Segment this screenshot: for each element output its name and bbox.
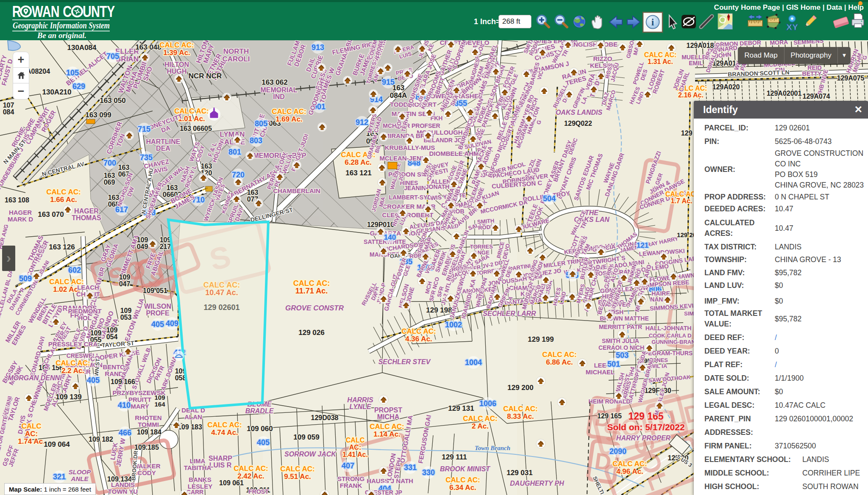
svg-text:129 200: 129 200 bbox=[507, 384, 533, 392]
svg-text:1006: 1006 bbox=[479, 399, 496, 408]
svg-text:107: 107 bbox=[3, 102, 14, 109]
svg-text:PRESSLEY CRA: PRESSLEY CRA bbox=[48, 340, 98, 348]
svg-text:129A020: 129A020 bbox=[712, 83, 740, 91]
svg-text:129A074: 129A074 bbox=[803, 93, 830, 100]
svg-text:1.69 Ac.: 1.69 Ac. bbox=[275, 115, 303, 123]
svg-text:6.86 Ac.: 6.86 Ac. bbox=[546, 358, 573, 366]
svg-text:109 051: 109 051 bbox=[143, 287, 167, 294]
svg-text:RHOTEN: RHOTEN bbox=[135, 414, 161, 421]
svg-text:6.34 Ac.: 6.34 Ac. bbox=[449, 484, 476, 492]
svg-text:1002: 1002 bbox=[445, 321, 462, 329]
svg-text:PIEDMONT: PIEDMONT bbox=[68, 307, 101, 315]
svg-text:HOL: HOL bbox=[78, 314, 92, 321]
svg-text:HAGER: HAGER bbox=[74, 207, 99, 215]
svg-text:CALC AC:: CALC AC: bbox=[159, 41, 194, 49]
svg-text:LIMA: LIMA bbox=[190, 457, 206, 465]
svg-text:1.66 Ac.: 1.66 Ac. bbox=[50, 196, 77, 204]
svg-text:DEA: DEA bbox=[156, 145, 170, 152]
svg-text:THE: THE bbox=[585, 209, 599, 216]
svg-text:109 166: 109 166 bbox=[111, 378, 135, 385]
svg-text:805: 805 bbox=[255, 119, 267, 128]
svg-text:4.74 Ac.: 4.74 Ac. bbox=[211, 429, 238, 437]
svg-text:FROST: FROST bbox=[248, 488, 269, 495]
svg-text:MERRITT PATR: MERRITT PATR bbox=[599, 324, 642, 330]
svg-text:164: 164 bbox=[154, 401, 165, 408]
svg-text:CALC AC:: CALC AC: bbox=[370, 423, 404, 431]
svg-text:163: 163 bbox=[167, 184, 178, 191]
svg-text:321: 321 bbox=[53, 473, 66, 481]
svg-text:MARK D: MARK D bbox=[8, 216, 33, 223]
svg-text:129D038: 129D038 bbox=[311, 414, 339, 421]
svg-text:409: 409 bbox=[166, 319, 178, 328]
svg-text:HEIM RONALD: HEIM RONALD bbox=[589, 398, 631, 405]
svg-text:9.51 Ac.: 9.51 Ac. bbox=[284, 473, 311, 481]
svg-text:163 070: 163 070 bbox=[38, 210, 64, 218]
svg-text:1.41 Ac.: 1.41 Ac. bbox=[342, 451, 368, 458]
svg-text:503: 503 bbox=[616, 351, 629, 359]
svg-text:ANLE: ANLE bbox=[71, 475, 89, 482]
svg-text:GROVE CONSTR: GROVE CONSTR bbox=[285, 304, 344, 312]
svg-text:504: 504 bbox=[543, 194, 556, 203]
svg-text:109 061: 109 061 bbox=[219, 479, 244, 487]
svg-text:MCH SFR PROFSER: MCH SFR PROFSER bbox=[383, 122, 440, 129]
svg-text:629: 629 bbox=[72, 82, 85, 91]
svg-text:LUIS R: LUIS R bbox=[209, 462, 232, 469]
svg-text:501: 501 bbox=[607, 360, 620, 368]
svg-text:CALC: CALC bbox=[21, 422, 41, 430]
svg-text:140: 140 bbox=[384, 233, 396, 241]
svg-text:CALC AC:: CALC AC: bbox=[612, 460, 647, 468]
svg-text:700: 700 bbox=[103, 159, 116, 167]
svg-text:EMIL: EMIL bbox=[689, 60, 703, 66]
svg-text:A08204: A08204 bbox=[26, 68, 50, 75]
svg-text:IND: IND bbox=[273, 93, 285, 100]
svg-text:130A084: 130A084 bbox=[67, 44, 97, 52]
svg-text:129 031: 129 031 bbox=[506, 469, 532, 477]
svg-text:217: 217 bbox=[160, 243, 171, 250]
svg-text:2.16 Ac.: 2.16 Ac. bbox=[678, 91, 704, 99]
svg-text:DIOMBELE AHM: DIOMBELE AHM bbox=[429, 150, 479, 157]
svg-text:Town Branch: Town Branch bbox=[475, 445, 510, 451]
svg-text:SECHLER LARR: SECHLER LARR bbox=[483, 310, 536, 317]
svg-text:331: 331 bbox=[404, 463, 417, 472]
svg-text:TOMMI: TOMMI bbox=[138, 421, 159, 428]
svg-text:MICHA: MICHA bbox=[377, 413, 400, 420]
svg-text:163 126: 163 126 bbox=[49, 243, 75, 251]
svg-text:NORTH: NORTH bbox=[223, 47, 249, 55]
svg-text:1004: 1004 bbox=[465, 358, 482, 367]
svg-text:GUNNING-BRAN: GUNNING-BRAN bbox=[651, 339, 695, 345]
svg-text:163: 163 bbox=[247, 189, 259, 196]
svg-text:129A018: 129A018 bbox=[687, 42, 714, 49]
svg-text:LEE: LEE bbox=[594, 362, 606, 369]
svg-text:4.96 Ac.: 4.96 Ac. bbox=[616, 467, 643, 476]
svg-text:PROPST: PROPST bbox=[374, 407, 402, 414]
svg-text:CALC: CALC bbox=[346, 437, 365, 444]
svg-text:CALC AC:: CALC AC: bbox=[207, 421, 242, 429]
svg-text:163 06605: 163 06605 bbox=[180, 125, 212, 132]
svg-text:6.28 Ac.: 6.28 Ac. bbox=[345, 158, 372, 166]
svg-text:SLOOP: SLOOP bbox=[69, 468, 92, 476]
svg-text:1.74 Ac.: 1.74 Ac. bbox=[18, 437, 45, 445]
svg-text:CODY: CODY bbox=[137, 469, 156, 476]
svg-text:1.39 Ac.: 1.39 Ac. bbox=[163, 49, 190, 57]
svg-text:109: 109 bbox=[90, 329, 102, 337]
svg-text:163 048: 163 048 bbox=[135, 43, 161, 51]
svg-text:129 198: 129 198 bbox=[426, 306, 452, 314]
svg-text:163 121: 163 121 bbox=[345, 169, 371, 177]
svg-text:2 Ac.: 2 Ac. bbox=[472, 422, 489, 430]
svg-text:129: 129 bbox=[681, 130, 693, 137]
svg-text:163 108: 163 108 bbox=[5, 196, 29, 204]
svg-text:PRUITT: PRUITT bbox=[128, 396, 151, 403]
svg-text:129A075: 129A075 bbox=[837, 75, 865, 82]
svg-text:CALC AC:: CALC AC: bbox=[665, 191, 698, 198]
svg-text:FRANK: FRANK bbox=[340, 482, 362, 489]
svg-text:CALC AC:: CALC AC: bbox=[503, 405, 538, 413]
svg-text:LAMBERT-SYDN: LAMBERT-SYDN bbox=[389, 194, 436, 201]
svg-text:715: 715 bbox=[138, 125, 150, 133]
svg-text:CALC AC:: CALC AC: bbox=[272, 108, 306, 116]
svg-text:LEACH: LEACH bbox=[77, 284, 99, 291]
svg-text:121: 121 bbox=[637, 241, 648, 249]
svg-text:SHARP: SHARP bbox=[209, 455, 232, 462]
svg-text:1.14 Ac.: 1.14 Ac. bbox=[373, 430, 401, 438]
svg-text:130A210: 130A210 bbox=[42, 88, 71, 96]
svg-text:COOK CARLA D: COOK CARLA D bbox=[649, 332, 692, 339]
